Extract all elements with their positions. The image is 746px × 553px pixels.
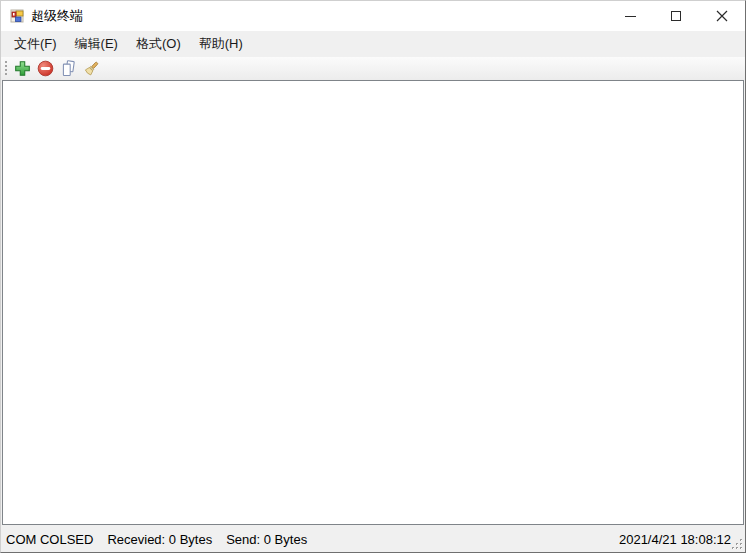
menu-item-help[interactable]: 帮助(H) [190, 31, 252, 57]
received-bytes: Recevied: 0 Bytes [107, 532, 212, 547]
app-window: 超级终端 文件(F) 编辑(E) 格式(O) 帮助(H) [0, 0, 746, 553]
window-title: 超级终端 [31, 7, 83, 25]
menu-item-edit[interactable]: 编辑(E) [66, 31, 127, 57]
terminal-output[interactable] [2, 80, 744, 525]
minimize-button[interactable] [607, 1, 653, 31]
close-icon [716, 10, 728, 22]
window-controls [607, 1, 745, 31]
minimize-icon [625, 16, 636, 17]
status-bar: COM COLSED Recevied: 0 Bytes Send: 0 Byt… [1, 526, 745, 552]
maximize-button[interactable] [653, 1, 699, 31]
menu-item-format[interactable]: 格式(O) [127, 31, 190, 57]
datetime-label: 2021/4/21 18:08:12 [619, 532, 731, 547]
resize-grip-icon[interactable] [731, 538, 744, 551]
toolbar [1, 57, 745, 80]
menu-bar: 文件(F) 编辑(E) 格式(O) 帮助(H) [1, 31, 745, 57]
brush-icon [83, 60, 100, 77]
maximize-icon [671, 11, 681, 21]
copy-icon [60, 60, 77, 77]
menu-item-file[interactable]: 文件(F) [5, 31, 66, 57]
title-bar: 超级终端 [1, 1, 745, 31]
clear-button[interactable] [80, 58, 103, 80]
add-icon [14, 60, 31, 77]
app-icon [9, 8, 25, 24]
connection-status: COM COLSED [6, 532, 93, 547]
sent-bytes: Send: 0 Bytes [226, 532, 307, 547]
close-button[interactable] [699, 1, 745, 31]
toolbar-grip[interactable] [5, 61, 7, 77]
stop-icon [37, 60, 54, 77]
connect-button[interactable] [11, 58, 34, 80]
copy-button[interactable] [57, 58, 80, 80]
disconnect-button[interactable] [34, 58, 57, 80]
